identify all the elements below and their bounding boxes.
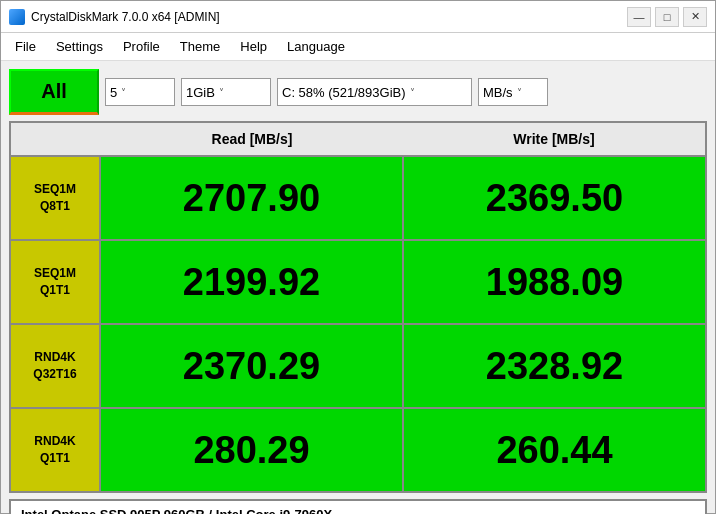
menu-item-settings[interactable]: Settings [46, 35, 113, 58]
maximize-button[interactable]: □ [655, 7, 679, 27]
row-label-1: SEQ1MQ1T1 [11, 241, 101, 323]
write-value-0: 2369.50 [404, 157, 705, 239]
close-button[interactable]: ✕ [683, 7, 707, 27]
row-label-3: RND4KQ1T1 [11, 409, 101, 491]
app-icon [9, 9, 25, 25]
table-row: SEQ1MQ8T12707.902369.50 [11, 155, 705, 239]
title-bar: CrystalDiskMark 7.0.0 x64 [ADMIN] — □ ✕ [1, 1, 715, 33]
controls-bar: All 5 ˅ 1GiB ˅ C: 58% (521/893GiB) ˅ MB/… [9, 69, 707, 115]
runs-arrow: ˅ [121, 87, 126, 98]
footer-bar: Intel Optane SSD 905P 960GB / Intel Core… [9, 499, 707, 514]
table-row: SEQ1MQ1T12199.921988.09 [11, 239, 705, 323]
size-arrow: ˅ [219, 87, 224, 98]
menu-bar: FileSettingsProfileThemeHelpLanguage [1, 33, 715, 61]
row-label-2: RND4KQ32T16 [11, 325, 101, 407]
header-label-spacer [11, 123, 101, 155]
unit-dropdown[interactable]: MB/s ˅ [478, 78, 548, 106]
window-controls: — □ ✕ [627, 7, 707, 27]
menu-item-help[interactable]: Help [230, 35, 277, 58]
drive-value: C: 58% (521/893GiB) [282, 85, 406, 100]
read-value-2: 2370.29 [101, 325, 404, 407]
window-title: CrystalDiskMark 7.0.0 x64 [ADMIN] [31, 10, 627, 24]
row-label-0: SEQ1MQ8T1 [11, 157, 101, 239]
read-value-1: 2199.92 [101, 241, 404, 323]
write-value-2: 2328.92 [404, 325, 705, 407]
unit-arrow: ˅ [517, 87, 522, 98]
read-header: Read [MB/s] [101, 123, 403, 155]
main-content: All 5 ˅ 1GiB ˅ C: 58% (521/893GiB) ˅ MB/… [1, 61, 715, 514]
read-value-0: 2707.90 [101, 157, 404, 239]
menu-item-file[interactable]: File [5, 35, 46, 58]
drive-dropdown[interactable]: C: 58% (521/893GiB) ˅ [277, 78, 472, 106]
runs-dropdown[interactable]: 5 ˅ [105, 78, 175, 106]
all-button[interactable]: All [9, 69, 99, 115]
size-dropdown[interactable]: 1GiB ˅ [181, 78, 271, 106]
minimize-button[interactable]: — [627, 7, 651, 27]
table-row: RND4KQ1T1280.29260.44 [11, 407, 705, 491]
read-value-3: 280.29 [101, 409, 404, 491]
drive-arrow: ˅ [410, 87, 415, 98]
menu-item-theme[interactable]: Theme [170, 35, 230, 58]
main-window: CrystalDiskMark 7.0.0 x64 [ADMIN] — □ ✕ … [0, 0, 716, 514]
size-value: 1GiB [186, 85, 215, 100]
benchmark-rows: SEQ1MQ8T12707.902369.50SEQ1MQ1T12199.921… [11, 155, 705, 491]
menu-item-profile[interactable]: Profile [113, 35, 170, 58]
table-row: RND4KQ32T162370.292328.92 [11, 323, 705, 407]
runs-value: 5 [110, 85, 117, 100]
menu-item-language[interactable]: Language [277, 35, 355, 58]
write-value-1: 1988.09 [404, 241, 705, 323]
unit-value: MB/s [483, 85, 513, 100]
benchmark-table: Read [MB/s] Write [MB/s] SEQ1MQ8T12707.9… [9, 121, 707, 493]
footer-text: Intel Optane SSD 905P 960GB / Intel Core… [21, 507, 332, 514]
write-value-3: 260.44 [404, 409, 705, 491]
write-header: Write [MB/s] [403, 123, 705, 155]
table-header-row: Read [MB/s] Write [MB/s] [11, 123, 705, 155]
